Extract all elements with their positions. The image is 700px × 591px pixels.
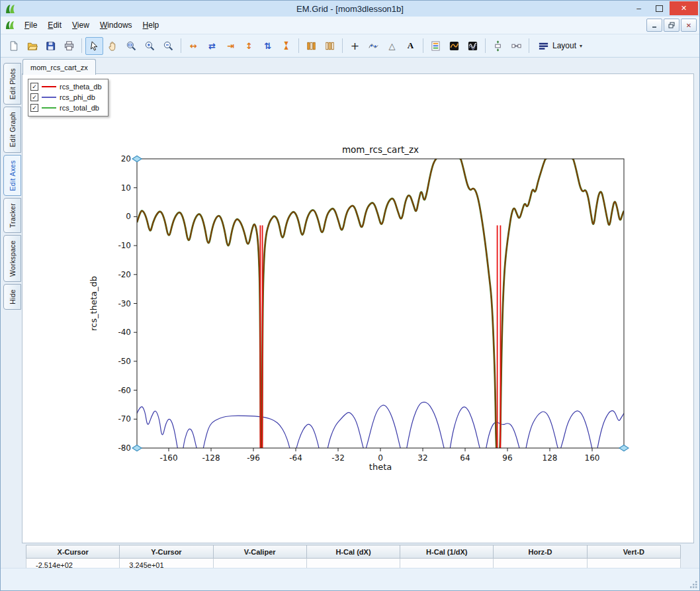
maximize-button[interactable] <box>649 1 670 15</box>
menu-list: FileEditViewWindowsHelp <box>19 19 164 32</box>
app-logo-icon-small <box>5 20 15 30</box>
zoom-in-button[interactable] <box>141 37 159 55</box>
legend: ✓rcs_theta_db✓rcs_phi_db✓rcs_total_db <box>28 79 109 116</box>
y-compress-button[interactable]: ▼▲ <box>277 37 295 55</box>
sidebar: Edit PlotsEdit GraphEdit AxesTrackerWork… <box>3 63 21 312</box>
cursor-col-header: Horz-D <box>494 545 587 559</box>
x-scroll-button[interactable]: ⇄ <box>203 37 221 55</box>
cursor-col-header: H-Cal (dX) <box>306 545 400 559</box>
sidebar-tab-edit-graph[interactable]: Edit Graph <box>3 107 21 152</box>
close-button[interactable]: ✕ <box>670 1 698 15</box>
svg-text:-40: -40 <box>118 328 131 337</box>
plot-properties-button[interactable] <box>427 37 445 55</box>
waveform-window-button[interactable] <box>464 37 482 55</box>
sidebar-tab-edit-plots[interactable]: Edit Plots <box>3 63 21 105</box>
cursor-col-header: Vert-D <box>587 545 680 559</box>
open-file-button[interactable] <box>23 37 41 55</box>
legend-item: ✓rcs_theta_db <box>30 81 102 92</box>
svg-text:-160: -160 <box>159 453 177 463</box>
svg-text:160: 160 <box>585 453 600 463</box>
svg-text:-20: -20 <box>118 270 131 279</box>
sidebar-tab-label: Edit Plots <box>7 64 18 104</box>
select-tool-button[interactable] <box>85 37 103 55</box>
menu-file[interactable]: File <box>19 19 42 32</box>
chart-svg[interactable]: -160-128-96-64-32032649612816020100-10-2… <box>22 74 693 543</box>
toolbar-separator <box>529 38 529 53</box>
toolbar-separator <box>81 38 82 53</box>
y-axis-label: rcs_theta_db <box>89 276 99 331</box>
bar-graph-alt-button[interactable] <box>321 37 339 55</box>
fit-vertical-button[interactable] <box>489 37 507 55</box>
tracker-tool-button[interactable] <box>365 37 382 55</box>
svg-text:-10: -10 <box>118 241 131 250</box>
caliper-button[interactable]: △ <box>383 37 401 55</box>
svg-text:0: 0 <box>126 212 131 221</box>
svg-text:-96: -96 <box>247 453 260 463</box>
sidebar-tab-label: Workspace <box>7 236 18 281</box>
cursor-col-header: Y-Cursor <box>120 545 213 559</box>
svg-text:64: 64 <box>460 453 470 463</box>
sidebar-tab-hide[interactable]: Hide <box>3 284 21 310</box>
bar-graph-button[interactable] <box>302 37 320 55</box>
fit-horizontal-button[interactable] <box>507 37 525 55</box>
legend-item: ✓rcs_total_db <box>30 103 102 113</box>
menu-view[interactable]: View <box>67 19 95 32</box>
menu-bar: FileEditViewWindowsHelp ✕ <box>1 17 699 34</box>
chart-title: mom_rcs_cart_zx <box>342 144 419 155</box>
legend-checkbox[interactable]: ✓ <box>30 83 38 91</box>
svg-text:20: 20 <box>121 154 131 163</box>
plot-workspace: -160-128-96-64-32032649612816020100-10-2… <box>22 73 694 543</box>
save-button[interactable] <box>42 37 60 55</box>
svg-text:-64: -64 <box>289 453 302 463</box>
svg-text:10: 10 <box>121 183 131 193</box>
zoom-window-button[interactable] <box>122 37 140 55</box>
toolbar: ↔⇄⇥↕⇅▼▲+△ALayout▾ <box>1 34 699 58</box>
mdi-minimize-button[interactable] <box>646 19 662 32</box>
x-axis-label: theta <box>369 462 392 472</box>
y-scroll-button[interactable]: ⇅ <box>259 37 277 55</box>
legend-label: rcs_theta_db <box>60 83 102 91</box>
document-tab[interactable]: mom_rcs_cart_zx <box>22 59 96 75</box>
text-annotation-button[interactable]: A <box>402 37 419 55</box>
legend-label: rcs_total_db <box>60 104 99 112</box>
fft-window-button[interactable] <box>445 37 463 55</box>
legend-checkbox[interactable]: ✓ <box>30 93 38 101</box>
menu-help[interactable]: Help <box>138 19 165 32</box>
x-limits-button[interactable]: ⇥ <box>222 37 240 55</box>
title-bar: EM.Grid - [mom3dlesson1b] – ✕ <box>1 1 699 17</box>
toolbar-separator <box>485 38 486 53</box>
plot-area[interactable] <box>137 159 624 448</box>
app-window: EM.Grid - [mom3dlesson1b] – ✕ FileEditVi… <box>0 0 700 591</box>
sidebar-tab-label: Edit Graph <box>7 107 18 152</box>
svg-text:-60: -60 <box>118 386 131 395</box>
legend-item: ✓rcs_phi_db <box>30 92 102 103</box>
legend-label: rcs_phi_db <box>60 93 95 101</box>
zoom-out-button[interactable] <box>159 37 177 55</box>
svg-text:-30: -30 <box>118 299 131 308</box>
sidebar-tab-workspace[interactable]: Workspace <box>3 235 21 282</box>
menu-edit[interactable]: Edit <box>42 19 67 32</box>
svg-text:-128: -128 <box>202 453 220 463</box>
print-button[interactable] <box>60 37 78 55</box>
svg-text:-70: -70 <box>118 414 131 424</box>
pan-tool-button[interactable] <box>104 37 122 55</box>
legend-checkbox[interactable]: ✓ <box>30 104 38 112</box>
new-file-button[interactable] <box>5 37 22 55</box>
minimize-button[interactable]: – <box>629 1 649 15</box>
layout-menu-button[interactable]: Layout▾ <box>533 37 588 55</box>
crosshair-button[interactable]: + <box>346 37 364 55</box>
x-zoom-full-button[interactable]: ↔ <box>185 37 202 55</box>
menu-windows[interactable]: Windows <box>95 19 138 32</box>
sidebar-tab-edit-axes[interactable]: Edit Axes <box>3 155 21 196</box>
resize-grip[interactable] <box>689 580 698 589</box>
svg-text:-80: -80 <box>118 443 131 453</box>
sidebar-tab-tracker[interactable]: Tracker <box>3 198 21 233</box>
layout-menu-label: Layout <box>552 41 576 50</box>
cursor-col-header: H-Cal (1/dX) <box>400 545 494 559</box>
window-title: EM.Grid - [mom3dlesson1b] <box>1 4 699 14</box>
cursor-col-header: V-Caliper <box>213 545 306 559</box>
chevron-down-icon: ▾ <box>580 43 582 49</box>
mdi-restore-button[interactable] <box>664 19 679 32</box>
y-zoom-full-button[interactable]: ↕ <box>240 37 258 55</box>
mdi-close-button[interactable]: ✕ <box>681 19 697 32</box>
